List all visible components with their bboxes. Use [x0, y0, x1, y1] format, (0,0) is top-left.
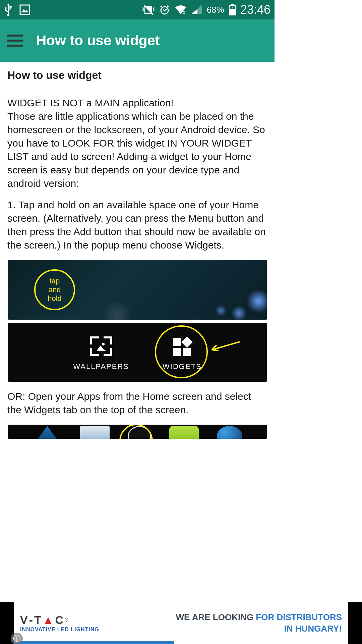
vibrate-icon	[142, 5, 155, 15]
app-bar: How to use widget	[0, 19, 275, 62]
svg-rect-4	[231, 4, 234, 5]
wallpapers-option: WALLPAPERS	[73, 334, 129, 371]
status-bar: 68% 23:46	[0, 0, 275, 19]
widgets-highlight-circle	[155, 325, 208, 378]
signal-icon	[191, 5, 202, 15]
page-heading: How to use widget	[7, 69, 267, 82]
content-scroll[interactable]: How to use widget WIDGET IS NOT a MAIN a…	[0, 62, 275, 446]
wallpapers-label: WALLPAPERS	[73, 362, 129, 371]
illustration-tap-hold: tap and hold	[8, 260, 267, 320]
svg-rect-0	[20, 5, 29, 14]
wifi-icon	[175, 5, 187, 15]
arrow-icon	[208, 339, 241, 353]
intro-paragraph: WIDGET IS NOT a MAIN application! Those …	[7, 96, 267, 190]
tap-hold-callout: tap and hold	[34, 269, 75, 310]
app-icon-4	[169, 426, 199, 439]
app-icon-5	[217, 426, 242, 439]
app-bar-title: How to use widget	[36, 33, 160, 49]
illustration-menu-options: WALLPAPERS WIDGETS	[8, 323, 267, 382]
app-icon-2	[80, 426, 110, 439]
app-icon-1	[33, 426, 62, 439]
apps-highlight-circle	[119, 425, 153, 439]
illustration-apps-row	[8, 425, 267, 439]
clock-time: 23:46	[240, 3, 270, 17]
alarm-icon	[159, 4, 170, 15]
status-right-icons: 68% 23:46	[142, 3, 270, 17]
picture-icon	[19, 4, 30, 15]
step-1-text: 1. Tap and hold on an available space on…	[7, 198, 267, 252]
or-text: OR: Open your Apps from the Home screen …	[7, 390, 267, 417]
battery-charging-icon	[229, 4, 236, 15]
status-left-icons	[4, 3, 30, 16]
menu-icon[interactable]	[7, 35, 23, 47]
svg-point-6	[102, 343, 105, 345]
usb-icon	[4, 3, 13, 16]
battery-percentage: 68%	[207, 5, 224, 15]
